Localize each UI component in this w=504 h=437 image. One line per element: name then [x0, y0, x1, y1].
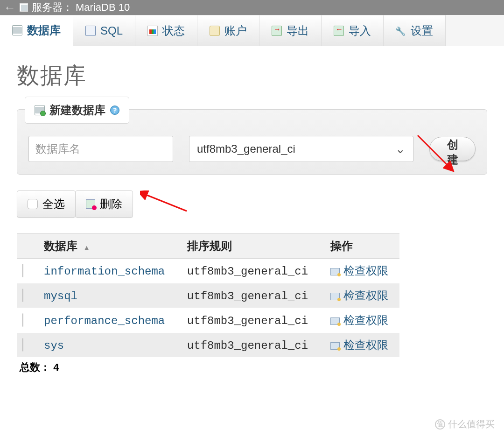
- tab-label: SQL: [100, 24, 123, 37]
- create-button[interactable]: 创建: [429, 137, 476, 161]
- table-row: performance_schema utf8mb3_general_ci 检查…: [17, 308, 399, 333]
- bulk-action-bar: 全选 删除: [17, 190, 487, 218]
- back-arrow-icon[interactable]: ←: [3, 0, 20, 15]
- tab-settings[interactable]: 设置: [384, 15, 446, 46]
- legend-text: 新建数据库: [49, 103, 105, 118]
- tab-export[interactable]: 导出: [259, 15, 322, 46]
- header-action: 操作: [325, 234, 399, 259]
- row-checkbox[interactable]: [22, 264, 23, 277]
- collation-select[interactable]: utf8mb3_general_ci ⌄: [189, 136, 413, 162]
- select-all-label: 全选: [42, 197, 65, 211]
- tab-databases[interactable]: 数据库: [0, 15, 73, 46]
- header-checkbox-col: [17, 234, 38, 259]
- privileges-icon: [330, 268, 340, 275]
- row-checkbox[interactable]: [22, 289, 23, 302]
- import-icon: [334, 26, 344, 36]
- header-database[interactable]: 数据库 ▲: [38, 234, 182, 259]
- check-privileges-link[interactable]: 检查权限: [343, 338, 388, 351]
- panel-legend: 新建数据库 ?: [25, 97, 129, 124]
- tab-label: 设置: [411, 23, 433, 38]
- watermark: 值 什么值得买: [435, 418, 495, 430]
- check-privileges-link[interactable]: 检查权限: [343, 264, 388, 277]
- accounts-icon: [210, 26, 220, 36]
- delete-icon: [86, 199, 95, 209]
- row-collation: utf8mb3_general_ci: [187, 265, 308, 278]
- row-collation: utf8mb3_general_ci: [187, 290, 308, 303]
- header-collation[interactable]: 排序规则: [182, 234, 325, 259]
- collation-selected-value: utf8mb3_general_ci: [197, 142, 295, 155]
- sort-asc-icon: ▲: [84, 244, 90, 251]
- table-row: mysql utf8mb3_general_ci 检查权限: [17, 283, 399, 308]
- tab-bar: 数据库 SQL 状态 账户 导出 导入 设置: [0, 15, 504, 46]
- database-link[interactable]: sys: [44, 339, 64, 352]
- status-icon: [147, 26, 158, 36]
- row-collation: utf8mb3_general_ci: [187, 339, 308, 352]
- watermark-badge: 值: [435, 419, 445, 430]
- sql-icon: [85, 26, 96, 36]
- check-privileges-link[interactable]: 检查权限: [343, 314, 388, 326]
- row-collation: utf8mb3_general_ci: [187, 315, 308, 327]
- delete-label: 删除: [100, 197, 122, 211]
- total-line: 总数： 4: [17, 360, 487, 374]
- tab-label: 账户: [224, 23, 247, 38]
- delete-button[interactable]: 删除: [75, 190, 133, 218]
- server-name: MariaDB 10: [76, 1, 130, 14]
- settings-icon: [396, 26, 406, 36]
- help-icon[interactable]: ?: [110, 106, 119, 115]
- page-title: 数据库: [17, 61, 487, 91]
- tab-sql[interactable]: SQL: [73, 15, 135, 46]
- server-icon: [20, 3, 28, 12]
- privileges-icon: [330, 342, 340, 350]
- tab-accounts[interactable]: 账户: [197, 15, 259, 46]
- tab-label: 数据库: [27, 23, 61, 38]
- row-checkbox[interactable]: [22, 313, 23, 327]
- privileges-icon: [330, 317, 340, 325]
- watermark-text: 什么值得买: [448, 418, 495, 430]
- new-database-icon: [35, 105, 45, 115]
- database-table: 数据库 ▲ 排序规则 操作 information_schema utf8mb3…: [17, 233, 399, 358]
- total-value: 4: [53, 361, 59, 373]
- tab-label: 状态: [162, 23, 185, 38]
- chevron-down-icon: ⌄: [395, 142, 406, 156]
- privileges-icon: [330, 293, 340, 300]
- table-row: information_schema utf8mb3_general_ci 检查…: [17, 259, 399, 283]
- breadcrumb-bar: ← 服务器： MariaDB 10: [0, 0, 504, 15]
- database-name-input[interactable]: [28, 136, 173, 162]
- table-row: sys utf8mb3_general_ci 检查权限: [17, 333, 399, 358]
- content-area: 数据库 新建数据库 ? utf8mb3_general_ci ⌄ 创建: [0, 46, 504, 386]
- check-privileges-link[interactable]: 检查权限: [343, 289, 388, 302]
- create-database-panel: 新建数据库 ? utf8mb3_general_ci ⌄ 创建: [17, 109, 487, 175]
- tab-label: 导入: [349, 23, 371, 38]
- server-label: 服务器：: [32, 0, 73, 14]
- total-label: 总数：: [20, 361, 50, 373]
- tab-label: 导出: [287, 23, 309, 38]
- database-icon: [12, 25, 22, 35]
- select-all-control[interactable]: 全选: [17, 190, 76, 218]
- export-icon: [272, 26, 282, 36]
- database-link[interactable]: information_schema: [44, 265, 165, 278]
- row-checkbox[interactable]: [22, 338, 23, 352]
- select-all-checkbox[interactable]: [28, 199, 38, 209]
- tab-status[interactable]: 状态: [135, 15, 197, 46]
- database-link[interactable]: performance_schema: [44, 315, 165, 327]
- tab-import[interactable]: 导入: [322, 15, 384, 46]
- database-link[interactable]: mysql: [44, 290, 77, 303]
